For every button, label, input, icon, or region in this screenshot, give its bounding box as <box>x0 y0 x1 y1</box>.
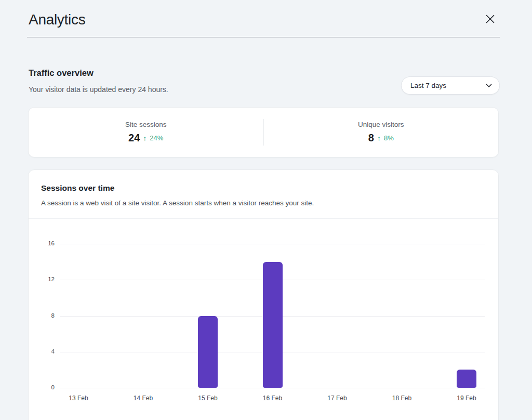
date-range-value: Last 7 days <box>410 82 486 89</box>
x-tick-label: 17 Feb <box>319 395 355 402</box>
bar <box>263 262 283 388</box>
stats-card: Site sessions 24 ↑ 24% Unique visitors 8… <box>28 107 499 158</box>
y-tick-label: 8 <box>32 312 55 319</box>
analytics-panel: Analytics Traffic overview Your visitor … <box>0 0 532 420</box>
trend-up-arrow-icon: ↑ <box>377 134 381 142</box>
sessions-chart-card: Sessions over time A session is a web vi… <box>28 169 499 420</box>
page-title: Analytics <box>29 11 85 28</box>
x-tick-label: 16 Feb <box>255 395 291 402</box>
stat-value: 24 <box>128 132 140 144</box>
stat-delta: 24% <box>150 134 163 142</box>
x-tick-label: 13 Feb <box>60 395 97 402</box>
chart-header-divider <box>29 218 498 219</box>
stat-unique-visitors: Unique visitors 8 ↑ 8% <box>264 108 499 157</box>
y-tick-label: 12 <box>32 276 55 282</box>
stat-site-sessions: Site sessions 24 ↑ 24% <box>29 108 263 157</box>
gridline <box>60 388 485 388</box>
bar <box>198 316 218 388</box>
chevron-down-icon <box>486 84 492 88</box>
stat-label: Unique visitors <box>358 121 404 128</box>
x-tick-label: 19 Feb <box>448 395 485 402</box>
y-tick-label: 16 <box>32 240 55 246</box>
x-tick-label: 14 Feb <box>125 395 162 402</box>
stat-value: 8 <box>368 132 374 144</box>
trend-up-arrow-icon: ↑ <box>143 134 147 142</box>
stat-delta: 8% <box>384 134 394 142</box>
stat-label: Site sessions <box>125 121 167 128</box>
close-button[interactable] <box>482 11 498 27</box>
chart-title: Sessions over time <box>41 183 114 193</box>
header-divider <box>27 37 500 37</box>
x-tick-label: 18 Feb <box>384 395 420 402</box>
bar <box>457 370 476 388</box>
x-tick-label: 15 Feb <box>190 395 226 402</box>
y-tick-label: 4 <box>32 348 55 355</box>
traffic-overview-heading: Traffic overview <box>29 68 94 78</box>
sessions-bar-chart: 048121613 Feb14 Feb15 Feb16 Feb17 Feb18 … <box>60 244 485 388</box>
close-icon <box>486 15 495 23</box>
traffic-overview-subtitle: Your visitor data is updated every 24 ho… <box>29 85 168 94</box>
date-range-select[interactable]: Last 7 days <box>401 76 500 95</box>
gridline <box>60 244 485 244</box>
chart-description: A session is a web visit of a site visit… <box>41 199 314 207</box>
y-tick-label: 0 <box>32 384 55 390</box>
